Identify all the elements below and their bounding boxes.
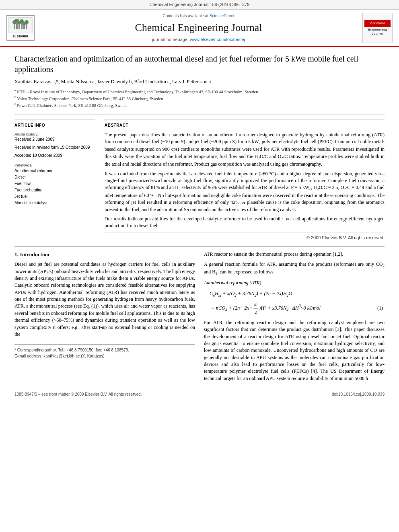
journal-citation-bar: Chemical Engineering Journal 156 (2010) … bbox=[0, 0, 399, 10]
abstract-para-1: The present paper describes the characte… bbox=[105, 131, 385, 168]
issn-line: 1385-8947/$ – see front matter © 2009 El… bbox=[14, 392, 142, 397]
article-title: Characterization and optimization of an … bbox=[14, 53, 385, 74]
authors-line: Xanthias Karatzas a,*, Marita Nilsson a,… bbox=[14, 78, 385, 86]
formula-block: CnHm + x(O2 + 3.76N2) + (2n − 2x)H2O → n… bbox=[210, 290, 385, 316]
body-right-col: ATR reactor to sustain the thermoneutral… bbox=[204, 251, 385, 385]
right-para-4: For ATR, the reforming reactor design an… bbox=[204, 319, 385, 382]
abstract-para-3: Our results indicate possibilities for t… bbox=[105, 216, 385, 230]
keywords-label: Keywords: bbox=[14, 162, 95, 168]
elsevier-tree-img bbox=[8, 17, 33, 33]
abstract-panel: Abstract The present paper describes the… bbox=[105, 119, 385, 241]
body-left-col: 1. Introduction Diesel and jet fuel are … bbox=[14, 251, 195, 385]
atr-label: Autothermal reforming (ATR) bbox=[204, 279, 385, 286]
journal-logo-box-right: Chemical Engineering Journal bbox=[362, 13, 393, 43]
intro-para-1: Diesel and jet fuel are potential candid… bbox=[14, 261, 195, 338]
section1-left-text: Diesel and jet fuel are potential candid… bbox=[14, 261, 195, 338]
journal-header: ELSEVIER Contents lists available at Sci… bbox=[0, 10, 399, 47]
bottom-bar: 1385-8947/$ – see front matter © 2009 El… bbox=[14, 389, 385, 397]
abstract-heading: Abstract bbox=[105, 123, 385, 128]
keywords-list: Autothermal reformer Diesel Fuel flow Fu… bbox=[14, 168, 95, 206]
elsevier-wordmark: ELSEVIER bbox=[12, 34, 29, 39]
journal-title-area: Contents lists available at ScienceDirec… bbox=[39, 13, 358, 43]
article-info-abstract-row: Article info Article history: Received 2… bbox=[14, 119, 385, 241]
history-label: Article history: bbox=[14, 131, 95, 137]
elsevier-logo: ELSEVIER bbox=[6, 15, 35, 41]
received-value: Received 2 June 2009 bbox=[14, 137, 95, 142]
svg-point-12 bbox=[25, 20, 29, 24]
body-content: 1. Introduction Diesel and jet fuel are … bbox=[14, 251, 385, 385]
contents-available-line: Contents lists available at ScienceDirec… bbox=[39, 13, 358, 19]
authors-text: Xanthias Karatzas a,*, Marita Nilsson a,… bbox=[14, 79, 211, 84]
homepage-link[interactable]: www.elsevier.com/locate/cej bbox=[190, 37, 245, 42]
affiliation-c: PowerCell, Chalmers Science Park, SE-412… bbox=[17, 103, 128, 108]
affiliations: a KTH – Royal Institute of Technology, D… bbox=[14, 88, 385, 109]
sciencedirect-link[interactable]: ScienceDirect bbox=[210, 14, 234, 18]
journal-citation: Chemical Engineering Journal 156 (2010) … bbox=[150, 2, 250, 7]
abstract-para-2: It was concluded from the experiments th… bbox=[105, 170, 385, 213]
article-info-heading: Article info bbox=[14, 123, 95, 128]
affiliation-b: Volvo Technology Corporation, Chalmers S… bbox=[17, 97, 163, 101]
formula-number: (1) bbox=[377, 304, 385, 312]
doi-line: doi:10.1016/j.cej.2009.10.039 bbox=[332, 392, 385, 397]
section1-title: 1. Introduction bbox=[14, 251, 195, 259]
right-para-1: ATR reactor to sustain the thermoneutral… bbox=[204, 251, 385, 258]
article-info-panel: Article info Article history: Received 2… bbox=[14, 119, 95, 241]
affiliation-a: KTH – Royal Institute of Technology, Dep… bbox=[17, 89, 258, 94]
right-para-2: A general reaction formula for ATR, assu… bbox=[204, 261, 385, 277]
logo-chemical: Chemical bbox=[370, 21, 385, 25]
footnote-area: * Corresponding author. Tel.: +46 8 7909… bbox=[14, 344, 195, 359]
formula-line-2: → nCO2 + (2n − 2x + m2)H2 + x3.76N2 ΔH0~… bbox=[210, 300, 385, 316]
main-content: Characterization and optimization of an … bbox=[0, 47, 399, 404]
footnote-1: * Corresponding author. Tel.: +46 8 7909… bbox=[14, 347, 195, 353]
keywords-section: Keywords: Autothermal reformer Diesel Fu… bbox=[14, 162, 95, 206]
logo-engineering: Engineering bbox=[368, 28, 387, 32]
accepted-value: Accepted 18 October 2009 bbox=[14, 153, 95, 158]
formula-line-1: CnHm + x(O2 + 3.76N2) + (2n − 2x)H2O bbox=[210, 290, 385, 299]
footnote-2: E-mail address: xanthias@ket.kth.se (X. … bbox=[14, 353, 195, 359]
homepage-line: journal homepage: www.elsevier.com/locat… bbox=[39, 37, 358, 43]
logo-journal: Journal bbox=[372, 32, 383, 36]
revised-value: Received in revised form 15 October 2009 bbox=[14, 145, 95, 150]
section1-right-text: ATR reactor to sustain the thermoneutral… bbox=[204, 251, 385, 382]
copyright-line: © 2009 Elsevier B.V. All rights reserved… bbox=[105, 232, 385, 241]
journal-name: Chemical Engineering Journal bbox=[39, 21, 358, 35]
abstract-text: The present paper describes the characte… bbox=[105, 131, 385, 230]
